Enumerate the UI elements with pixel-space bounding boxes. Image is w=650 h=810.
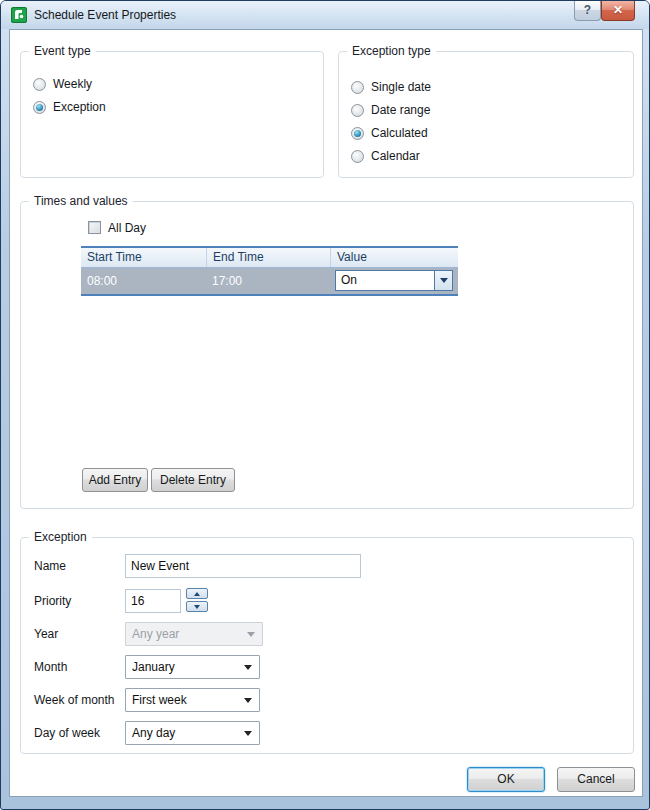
radio-icon-checked (33, 101, 46, 114)
week-of-month-label: Week of month (34, 688, 114, 712)
name-label: Name (34, 554, 66, 578)
close-button[interactable]: ✕ (601, 1, 635, 21)
month-combobox[interactable]: January (125, 655, 260, 679)
table-row[interactable]: 08:00 17:00 On (81, 268, 458, 294)
radio-label: Single date (371, 80, 431, 94)
title-bar: Schedule Event Properties ? ✕ (1, 1, 649, 29)
delete-entry-button[interactable]: Delete Entry (151, 468, 235, 492)
help-button[interactable]: ? (574, 1, 601, 21)
week-of-month-combobox-text: First week (132, 689, 187, 711)
radio-icon (351, 150, 364, 163)
event-type-group: Event type Weekly Exception (20, 51, 324, 178)
radio-option-calendar[interactable]: Calendar (351, 148, 420, 164)
chevron-down-icon (247, 632, 255, 637)
exception-type-group-label: Exception type (347, 44, 436, 58)
event-type-group-label: Event type (29, 44, 96, 58)
exception-type-group: Exception type Single date Date range Ca… (338, 51, 634, 178)
radio-option-weekly[interactable]: Weekly (33, 76, 92, 92)
add-entry-button[interactable]: Add Entry (82, 468, 148, 492)
year-label: Year (34, 622, 58, 646)
priority-input[interactable] (125, 589, 181, 613)
end-time-cell: 17:00 (206, 268, 330, 294)
arrow-down-icon (194, 605, 200, 609)
all-day-checkbox[interactable] (88, 221, 101, 234)
week-of-month-combobox[interactable]: First week (125, 688, 260, 712)
name-input[interactable] (125, 554, 361, 578)
priority-spin-up-button[interactable] (186, 588, 208, 599)
radio-label: Weekly (53, 77, 92, 91)
radio-icon (351, 104, 364, 117)
month-combobox-text: January (132, 656, 175, 678)
radio-icon-checked (351, 127, 364, 140)
day-of-week-label: Day of week (34, 721, 100, 745)
chevron-down-icon (244, 731, 252, 736)
times-and-values-group: Times and values All Day Start Time End … (20, 201, 634, 509)
all-day-row: All Day (88, 220, 146, 235)
column-header-end-time[interactable]: End Time (206, 248, 330, 267)
column-header-value[interactable]: Value (330, 248, 458, 267)
radio-label: Calculated (371, 126, 428, 140)
radio-label: Date range (371, 103, 430, 117)
ok-button[interactable]: OK (467, 767, 545, 792)
chevron-down-icon (244, 698, 252, 703)
arrow-up-icon (194, 592, 200, 596)
start-time-cell: 08:00 (81, 268, 206, 294)
priority-spin-down-button[interactable] (186, 601, 208, 612)
radio-option-calculated[interactable]: Calculated (351, 125, 428, 141)
priority-label: Priority (34, 589, 71, 613)
radio-option-exception[interactable]: Exception (33, 99, 106, 115)
exception-group: Exception Name Priority Year Any year Mo… (20, 537, 634, 754)
day-of-week-combobox[interactable]: Any day (125, 721, 260, 745)
chevron-down-icon (244, 665, 252, 670)
value-combobox[interactable]: On (335, 270, 453, 291)
exception-group-label: Exception (29, 530, 92, 544)
column-header-start-time[interactable]: Start Time (81, 248, 206, 267)
cancel-button[interactable]: Cancel (557, 767, 635, 792)
dialog-window: Schedule Event Properties ? ✕ Event type… (0, 0, 650, 810)
radio-label: Exception (53, 100, 106, 114)
chevron-down-icon (440, 278, 448, 283)
year-combobox: Any year (125, 622, 263, 646)
dialog-content: Event type Weekly Exception Exception ty… (9, 29, 643, 797)
radio-option-date-range[interactable]: Date range (351, 102, 430, 118)
value-dropdown-button[interactable] (434, 271, 452, 290)
app-icon (11, 7, 27, 23)
month-label: Month (34, 655, 67, 679)
times-table: Start Time End Time Value 08:00 17:00 On (81, 246, 458, 296)
value-cell: On (330, 268, 458, 294)
radio-icon (351, 81, 364, 94)
day-of-week-combobox-text: Any day (132, 722, 175, 744)
times-table-header: Start Time End Time Value (81, 248, 458, 268)
times-and-values-group-label: Times and values (29, 194, 133, 208)
year-combobox-text: Any year (132, 623, 179, 645)
radio-option-single-date[interactable]: Single date (351, 79, 431, 95)
radio-label: Calendar (371, 149, 420, 163)
value-combobox-text: On (341, 271, 357, 290)
all-day-label: All Day (108, 221, 146, 235)
radio-icon (33, 78, 46, 91)
window-title: Schedule Event Properties (34, 1, 176, 29)
